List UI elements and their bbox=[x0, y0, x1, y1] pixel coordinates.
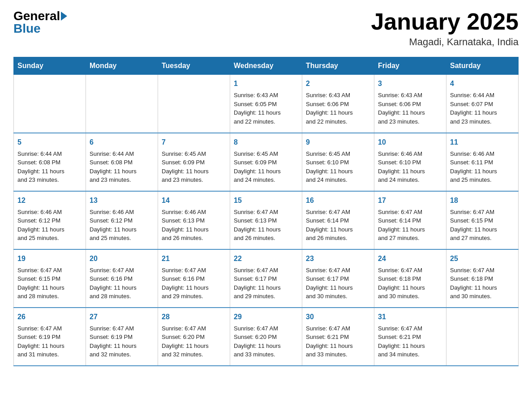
day-number: 16 bbox=[306, 195, 370, 206]
calendar-day-16: 16Sunrise: 6:47 AM Sunset: 6:14 PM Dayli… bbox=[302, 191, 374, 249]
calendar-day-7: 7Sunrise: 6:45 AM Sunset: 6:09 PM Daylig… bbox=[158, 133, 230, 191]
calendar-day-12: 12Sunrise: 6:46 AM Sunset: 6:12 PM Dayli… bbox=[14, 191, 86, 249]
day-number: 18 bbox=[450, 195, 515, 206]
day-number: 30 bbox=[306, 312, 370, 322]
day-number: 15 bbox=[234, 195, 298, 206]
day-info: Sunrise: 6:47 AM Sunset: 6:18 PM Dayligh… bbox=[450, 266, 515, 301]
day-number: 5 bbox=[17, 137, 82, 148]
day-info: Sunrise: 6:47 AM Sunset: 6:20 PM Dayligh… bbox=[162, 324, 226, 359]
calendar-day-18: 18Sunrise: 6:47 AM Sunset: 6:15 PM Dayli… bbox=[446, 191, 519, 249]
day-number: 26 bbox=[17, 312, 82, 322]
calendar-day-14: 14Sunrise: 6:46 AM Sunset: 6:13 PM Dayli… bbox=[158, 191, 230, 249]
calendar-day-6: 6Sunrise: 6:44 AM Sunset: 6:08 PM Daylig… bbox=[86, 133, 158, 191]
calendar-empty-cell bbox=[14, 75, 86, 133]
calendar-day-26: 26Sunrise: 6:47 AM Sunset: 6:19 PM Dayli… bbox=[14, 308, 86, 366]
calendar-header-row: SundayMondayTuesdayWednesdayThursdayFrid… bbox=[14, 57, 519, 75]
calendar-day-9: 9Sunrise: 6:45 AM Sunset: 6:10 PM Daylig… bbox=[302, 133, 374, 191]
page-header: General Blue January 2025 Magadi, Karnat… bbox=[13, 9, 519, 48]
day-info: Sunrise: 6:47 AM Sunset: 6:16 PM Dayligh… bbox=[162, 266, 226, 301]
calendar-week-row: 26Sunrise: 6:47 AM Sunset: 6:19 PM Dayli… bbox=[14, 308, 519, 366]
title-block: January 2025 Magadi, Karnataka, India bbox=[371, 9, 519, 48]
calendar-day-24: 24Sunrise: 6:47 AM Sunset: 6:18 PM Dayli… bbox=[374, 249, 446, 308]
day-info: Sunrise: 6:47 AM Sunset: 6:21 PM Dayligh… bbox=[378, 324, 442, 359]
day-info: Sunrise: 6:43 AM Sunset: 6:06 PM Dayligh… bbox=[378, 91, 442, 126]
calendar-day-15: 15Sunrise: 6:47 AM Sunset: 6:13 PM Dayli… bbox=[230, 191, 302, 249]
location-title: Magadi, Karnataka, India bbox=[371, 36, 519, 48]
calendar-day-13: 13Sunrise: 6:46 AM Sunset: 6:12 PM Dayli… bbox=[86, 191, 158, 249]
logo: General Blue bbox=[13, 9, 68, 36]
day-number: 2 bbox=[306, 78, 370, 89]
calendar-day-30: 30Sunrise: 6:47 AM Sunset: 6:21 PM Dayli… bbox=[302, 308, 374, 366]
calendar-day-10: 10Sunrise: 6:46 AM Sunset: 6:10 PM Dayli… bbox=[374, 133, 446, 191]
calendar-day-22: 22Sunrise: 6:47 AM Sunset: 6:17 PM Dayli… bbox=[230, 249, 302, 308]
day-info: Sunrise: 6:45 AM Sunset: 6:09 PM Dayligh… bbox=[234, 150, 298, 184]
day-info: Sunrise: 6:47 AM Sunset: 6:14 PM Dayligh… bbox=[378, 208, 442, 243]
day-info: Sunrise: 6:45 AM Sunset: 6:10 PM Dayligh… bbox=[306, 150, 370, 184]
day-number: 13 bbox=[90, 195, 154, 206]
calendar-day-3: 3Sunrise: 6:43 AM Sunset: 6:06 PM Daylig… bbox=[374, 75, 446, 133]
day-number: 28 bbox=[162, 312, 226, 322]
calendar-week-row: 5Sunrise: 6:44 AM Sunset: 6:08 PM Daylig… bbox=[14, 133, 519, 191]
day-number: 8 bbox=[234, 137, 298, 148]
weekday-header-thursday: Thursday bbox=[302, 57, 374, 75]
day-info: Sunrise: 6:47 AM Sunset: 6:17 PM Dayligh… bbox=[234, 266, 298, 301]
calendar-day-2: 2Sunrise: 6:43 AM Sunset: 6:06 PM Daylig… bbox=[302, 75, 374, 133]
weekday-header-wednesday: Wednesday bbox=[230, 57, 302, 75]
weekday-header-tuesday: Tuesday bbox=[158, 57, 230, 75]
day-number: 31 bbox=[378, 312, 442, 322]
calendar-day-4: 4Sunrise: 6:44 AM Sunset: 6:07 PM Daylig… bbox=[446, 75, 519, 133]
calendar-day-19: 19Sunrise: 6:47 AM Sunset: 6:15 PM Dayli… bbox=[14, 249, 86, 308]
day-number: 22 bbox=[234, 253, 298, 264]
day-info: Sunrise: 6:46 AM Sunset: 6:12 PM Dayligh… bbox=[90, 208, 154, 243]
day-number: 17 bbox=[378, 195, 442, 206]
day-number: 11 bbox=[450, 137, 515, 148]
calendar-day-29: 29Sunrise: 6:47 AM Sunset: 6:20 PM Dayli… bbox=[230, 308, 302, 366]
day-number: 4 bbox=[450, 78, 515, 89]
calendar-week-row: 12Sunrise: 6:46 AM Sunset: 6:12 PM Dayli… bbox=[14, 191, 519, 249]
calendar-day-8: 8Sunrise: 6:45 AM Sunset: 6:09 PM Daylig… bbox=[230, 133, 302, 191]
calendar-day-17: 17Sunrise: 6:47 AM Sunset: 6:14 PM Dayli… bbox=[374, 191, 446, 249]
day-number: 23 bbox=[306, 253, 370, 264]
weekday-header-sunday: Sunday bbox=[14, 57, 86, 75]
day-info: Sunrise: 6:44 AM Sunset: 6:07 PM Dayligh… bbox=[450, 91, 515, 126]
day-info: Sunrise: 6:47 AM Sunset: 6:18 PM Dayligh… bbox=[378, 266, 442, 301]
day-info: Sunrise: 6:45 AM Sunset: 6:09 PM Dayligh… bbox=[162, 150, 226, 184]
day-number: 1 bbox=[234, 78, 298, 89]
day-number: 27 bbox=[90, 312, 154, 322]
calendar-day-28: 28Sunrise: 6:47 AM Sunset: 6:20 PM Dayli… bbox=[158, 308, 230, 366]
day-info: Sunrise: 6:46 AM Sunset: 6:12 PM Dayligh… bbox=[17, 208, 82, 243]
day-info: Sunrise: 6:44 AM Sunset: 6:08 PM Dayligh… bbox=[17, 150, 82, 184]
calendar-empty-cell bbox=[446, 308, 519, 366]
month-title: January 2025 bbox=[371, 9, 519, 34]
day-number: 25 bbox=[450, 253, 515, 264]
calendar-day-11: 11Sunrise: 6:46 AM Sunset: 6:11 PM Dayli… bbox=[446, 133, 519, 191]
calendar-week-row: 1Sunrise: 6:43 AM Sunset: 6:05 PM Daylig… bbox=[14, 75, 519, 133]
logo-blue-text: Blue bbox=[13, 21, 41, 35]
day-info: Sunrise: 6:47 AM Sunset: 6:19 PM Dayligh… bbox=[90, 324, 154, 359]
day-info: Sunrise: 6:46 AM Sunset: 6:10 PM Dayligh… bbox=[378, 150, 442, 184]
day-info: Sunrise: 6:47 AM Sunset: 6:20 PM Dayligh… bbox=[234, 324, 298, 359]
day-info: Sunrise: 6:47 AM Sunset: 6:14 PM Dayligh… bbox=[306, 208, 370, 243]
day-info: Sunrise: 6:47 AM Sunset: 6:19 PM Dayligh… bbox=[17, 324, 82, 359]
day-info: Sunrise: 6:47 AM Sunset: 6:21 PM Dayligh… bbox=[306, 324, 370, 359]
weekday-header-monday: Monday bbox=[86, 57, 158, 75]
day-number: 21 bbox=[162, 253, 226, 264]
day-number: 9 bbox=[306, 137, 370, 148]
calendar-day-23: 23Sunrise: 6:47 AM Sunset: 6:17 PM Dayli… bbox=[302, 249, 374, 308]
day-number: 29 bbox=[234, 312, 298, 322]
day-number: 19 bbox=[17, 253, 82, 264]
day-info: Sunrise: 6:47 AM Sunset: 6:17 PM Dayligh… bbox=[306, 266, 370, 301]
calendar-day-25: 25Sunrise: 6:47 AM Sunset: 6:18 PM Dayli… bbox=[446, 249, 519, 308]
day-info: Sunrise: 6:46 AM Sunset: 6:11 PM Dayligh… bbox=[450, 150, 515, 184]
day-number: 14 bbox=[162, 195, 226, 206]
calendar-day-21: 21Sunrise: 6:47 AM Sunset: 6:16 PM Dayli… bbox=[158, 249, 230, 308]
day-number: 20 bbox=[90, 253, 154, 264]
weekday-header-saturday: Saturday bbox=[446, 57, 519, 75]
calendar-empty-cell bbox=[158, 75, 230, 133]
day-info: Sunrise: 6:43 AM Sunset: 6:05 PM Dayligh… bbox=[234, 91, 298, 126]
logo-arrow-icon bbox=[61, 12, 67, 21]
calendar-day-31: 31Sunrise: 6:47 AM Sunset: 6:21 PM Dayli… bbox=[374, 308, 446, 366]
calendar-day-20: 20Sunrise: 6:47 AM Sunset: 6:16 PM Dayli… bbox=[86, 249, 158, 308]
day-number: 3 bbox=[378, 78, 442, 89]
day-info: Sunrise: 6:47 AM Sunset: 6:15 PM Dayligh… bbox=[17, 266, 82, 301]
